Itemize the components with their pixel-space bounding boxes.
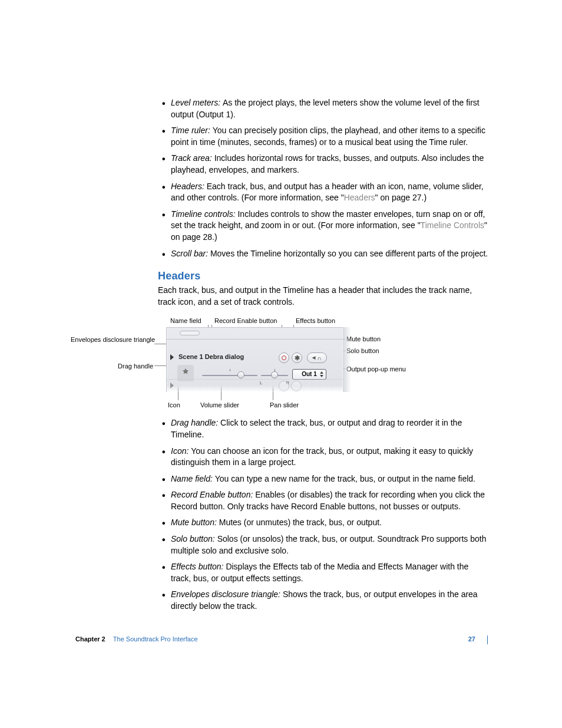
term: Record Enable button: [171, 490, 255, 499]
definition-item: Icon: You can choose an icon for the tra… [158, 446, 489, 469]
definition-item: Envelopes disclosure triangle: Shows the… [158, 589, 489, 612]
callout-pan: Pan slider [270, 401, 299, 409]
mini-slider-icon [180, 331, 200, 335]
definition-item: Headers: Each track, bus, and output has… [158, 181, 489, 204]
definition-list-bottom: Drag handle: Click to select the track, … [158, 417, 489, 612]
footer-title: The Soundtrack Pro Interface [113, 635, 198, 643]
callout-output: Output pop-up menu [346, 365, 406, 373]
callout-volume: Volume slider [200, 401, 239, 409]
term: Scroll bar: [171, 249, 210, 258]
term: Level meters: [171, 98, 223, 107]
mute-solo-button[interactable] [307, 353, 327, 363]
callout-effects-button: Effects button [296, 317, 335, 324]
header-diagram: Name field Record Enable button Effects … [77, 315, 495, 410]
callout-envelopes: Envelopes disclosure triangle [71, 336, 153, 343]
callout-name-field: Name field [170, 317, 201, 324]
track-name-field[interactable]: Scene 1 Debra dialog [178, 353, 244, 360]
definition-item: Scroll bar: Moves the Timeline horizonta… [158, 248, 489, 260]
record-enable-button[interactable] [279, 353, 289, 363]
term: Time ruler: [171, 126, 213, 135]
definition-item: Mute button: Mutes (or unmutes) the trac… [158, 517, 489, 529]
callout-drag-handle: Drag handle [71, 363, 153, 370]
track-row-next [167, 379, 343, 392]
definition-item: Track area: Includes horizontal rows for… [158, 153, 489, 176]
definition-item: Effects button: Displays the Effects tab… [158, 561, 489, 584]
track-row-prev [167, 327, 343, 339]
definition-item: Time ruler: You can precisely position c… [158, 125, 489, 148]
callout-mute: Mute button [346, 335, 381, 342]
callout-icon: Icon [168, 401, 180, 409]
track-row-main: Scene 1 Debra dialog LR Out 1 [167, 339, 343, 379]
callout-solo: Solo button [346, 347, 379, 354]
definition-item: Record Enable button: Enables (or disabl… [158, 489, 489, 512]
term: Icon: [171, 446, 191, 456]
page-footer: Chapter 2 The Soundtrack Pro Interface 2… [75, 635, 488, 644]
footer-page-number: 27 [468, 635, 475, 643]
callout-record-enable: Record Enable button [214, 317, 277, 324]
section-intro: Each track, bus, and output in the Timel… [158, 285, 489, 308]
definition-item: Level meters: As the project plays, the … [158, 97, 489, 120]
term: Headers: [171, 182, 207, 191]
term: Mute button: [171, 518, 219, 527]
definition-item: Name field: You can type a new name for … [158, 473, 489, 485]
term: Drag handle: [171, 418, 220, 427]
section-heading: Headers [158, 270, 489, 282]
term: Effects button: [171, 562, 226, 571]
effects-button[interactable] [292, 353, 302, 363]
volume-slider[interactable] [202, 370, 257, 380]
track-header-mock: Scene 1 Debra dialog LR Out 1 [166, 327, 343, 392]
footer-chapter: Chapter 2 [75, 635, 105, 643]
definition-item: Solo button: Solos (or unsolos) the trac… [158, 533, 489, 556]
term: Timeline controls: [171, 209, 237, 219]
cross-reference-link[interactable]: Headers [344, 193, 375, 202]
term: Track area: [171, 153, 214, 163]
output-popup-menu[interactable]: Out 1 [292, 369, 326, 380]
term: Name field: [171, 474, 215, 483]
definition-list-top: Level meters: As the project plays, the … [158, 97, 489, 259]
definition-item: Timeline controls: Includes controls to … [158, 209, 489, 243]
disclosure-triangle-icon[interactable] [170, 354, 174, 360]
term: Solo button: [171, 534, 217, 543]
term: Envelopes disclosure triangle: [171, 589, 283, 599]
pan-slider[interactable]: LR [261, 370, 288, 380]
definition-item: Drag handle: Click to select the track, … [158, 417, 489, 440]
cross-reference-link[interactable]: Timeline Controls [421, 220, 484, 230]
